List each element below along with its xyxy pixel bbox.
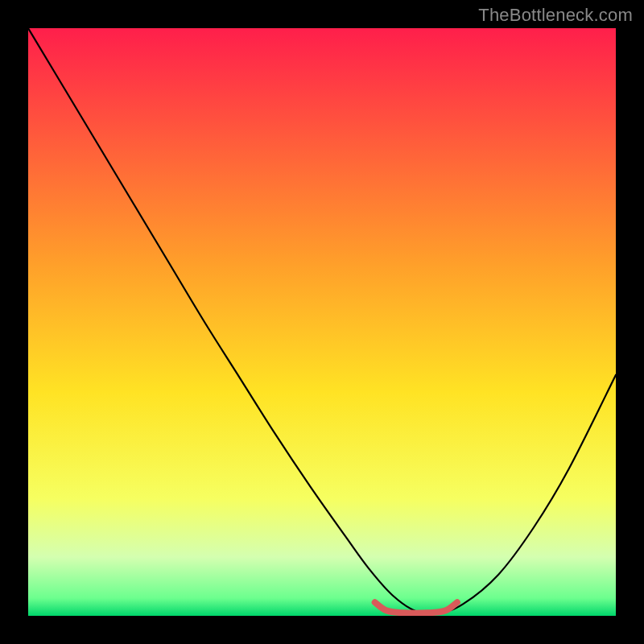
chart-frame: TheBottleneck.com: [0, 0, 644, 644]
plot-area: [28, 28, 616, 616]
gradient-background: [28, 28, 616, 616]
watermark-text: TheBottleneck.com: [478, 5, 633, 26]
bottleneck-chart: [28, 28, 616, 616]
